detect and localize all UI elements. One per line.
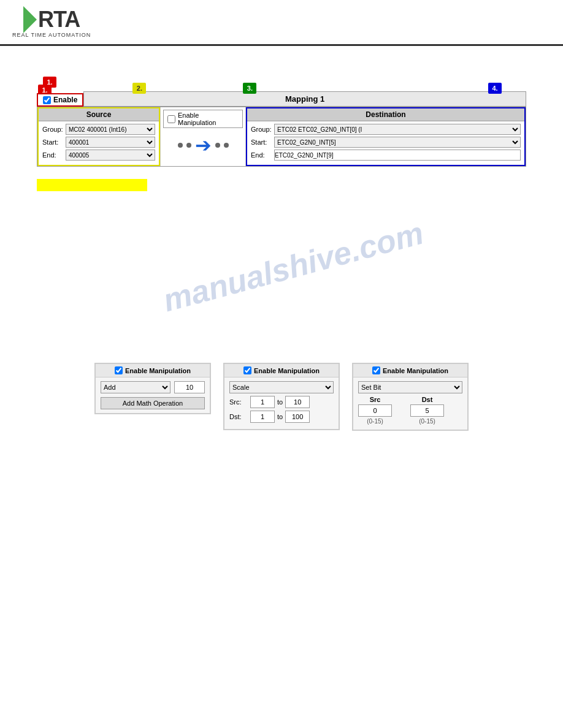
badge-4: 4. <box>488 83 502 94</box>
source-panel: Source Group: MC02 400001 (Int16) Start:… <box>37 107 160 166</box>
badge-2: 2. <box>132 83 146 94</box>
add-operation-select[interactable]: Add <box>101 381 170 393</box>
scale-src-to[interactable] <box>285 396 310 408</box>
scale-src-from[interactable] <box>250 396 275 408</box>
manip-panel-1: Enable Manipulation Add Add Math Operati… <box>94 363 211 414</box>
dot-4 <box>224 143 229 148</box>
mapping-title: Mapping 1 <box>84 92 526 106</box>
manip-panel-1-header: Enable Manipulation <box>96 364 210 377</box>
enable-checkbox-container[interactable]: Enable <box>37 93 83 107</box>
setbit-dst-col-label: Dst <box>422 396 433 403</box>
logo-rta: RTA <box>23 6 80 33</box>
enable-manip-label: Enable Manipulation <box>178 112 239 126</box>
source-group-label: Group: <box>42 126 66 133</box>
add-math-operation-button[interactable]: Add Math Operation <box>101 397 205 409</box>
enable-manip-checkbox[interactable] <box>167 115 175 123</box>
manip-panel-3: Enable Manipulation Set Bit Src Dst <box>352 363 469 431</box>
mapping-body: Source Group: MC02 400001 (Int16) Start:… <box>37 107 526 167</box>
add-value-input[interactable] <box>174 381 205 393</box>
setbit-dst-input[interactable] <box>410 404 444 417</box>
badge-3: 3. <box>243 83 256 94</box>
setbit-values-row <box>358 404 462 417</box>
scale-select[interactable]: Scale <box>229 381 334 393</box>
source-start-row: Start: 400001 <box>42 137 155 148</box>
dest-start-label: Start: <box>251 138 274 146</box>
setbit-dst-col: Dst <box>410 396 444 403</box>
manip-panel-3-checkbox[interactable] <box>372 366 380 374</box>
scale-dst-from[interactable] <box>250 411 275 423</box>
setbit-dst-input-col <box>410 404 444 417</box>
manip-panel-3-header: Enable Manipulation <box>353 364 467 377</box>
dest-panel-header: Destination <box>247 108 524 121</box>
header: RTA REAL TIME AUTOMATION <box>0 0 563 46</box>
enable-label: Enable <box>53 96 77 104</box>
source-end-row: End: 400005 <box>42 150 155 161</box>
setbit-src-input-col <box>358 404 392 417</box>
dot-2 <box>186 143 191 148</box>
scale-src-row: Src: to <box>229 396 334 408</box>
source-end-select[interactable]: 400005 <box>66 150 155 161</box>
logo-arrow-icon <box>23 6 37 33</box>
manip-panel-1-checkbox[interactable] <box>115 366 123 374</box>
manip-panels-row: Enable Manipulation Add Add Math Operati… <box>37 363 526 431</box>
dest-group-row: Group: ETC02 ETC02_G2N0_INT[0] (I <box>251 124 521 135</box>
right-arrow-icon: ➔ <box>195 135 212 155</box>
dest-group-select[interactable]: ETC02 ETC02_G2N0_INT[0] (I <box>274 124 521 135</box>
manip-panel-3-title: Enable Manipulation <box>383 367 448 374</box>
watermark: manualshive.com <box>159 214 427 319</box>
source-start-select[interactable]: 400001 <box>66 137 155 148</box>
setbit-src-dst-header: Src Dst <box>358 396 462 403</box>
dest-start-row: Start: ETC02_G2N0_INT[5] <box>251 137 521 148</box>
scale-src-label: Src: <box>229 398 248 406</box>
scale-dst-row: Dst: to <box>229 411 334 423</box>
manip-panel-2: Enable Manipulation Scale Src: to Dst: t… <box>223 363 340 430</box>
scale-dst-to[interactable] <box>285 411 310 423</box>
dest-panel-body: Group: ETC02 ETC02_G2N0_INT[0] (I Start:… <box>247 121 524 165</box>
setbit-src-input[interactable] <box>358 404 392 417</box>
source-group-row: Group: MC02 400001 (Int16) <box>42 124 155 135</box>
enable-checkbox[interactable] <box>43 96 51 104</box>
dest-end-input[interactable] <box>274 150 521 161</box>
logo-subtitle: REAL TIME AUTOMATION <box>12 32 91 38</box>
manip-panel-2-body: Scale Src: to Dst: to <box>224 377 339 429</box>
arrow-dots-row: ➔ <box>178 135 229 155</box>
manip-panel-1-body: Add Add Math Operation <box>96 377 210 413</box>
manip-panel-2-title: Enable Manipulation <box>254 367 320 374</box>
main-content: 1. 1. Enable 2. 3. 4. M <box>0 46 563 449</box>
mapping-title-row: Mapping 1 <box>83 91 526 107</box>
manip-panel-2-header: Enable Manipulation <box>224 364 339 377</box>
source-end-label: End: <box>42 151 66 159</box>
enable-manip-row: Enable Manipulation <box>163 110 243 128</box>
logo-container: RTA REAL TIME AUTOMATION <box>12 6 91 38</box>
manip-panel-1-title: Enable Manipulation <box>125 367 191 374</box>
source-start-label: Start: <box>42 138 66 146</box>
mapping-container: 1. 1. Enable 2. 3. 4. M <box>37 77 526 191</box>
scale-dst-to-label: to <box>277 413 283 420</box>
scale-dst-label: Dst: <box>229 413 248 420</box>
setbit-src-range-col: (0-15) <box>358 418 392 425</box>
dest-end-row: End: <box>251 150 521 161</box>
dest-group-label: Group: <box>251 126 274 133</box>
yellow-highlight-bar <box>37 179 147 191</box>
dest-panel: Destination Group: ETC02 ETC02_G2N0_INT[… <box>246 107 526 166</box>
dot-3 <box>215 143 220 148</box>
arrow-panel: Enable Manipulation ➔ <box>160 107 246 166</box>
manip-panel-2-checkbox[interactable] <box>243 366 251 374</box>
setbit-src-range: (0-15) <box>367 418 383 425</box>
manip-panel-3-body: Set Bit Src Dst <box>353 377 467 430</box>
setbit-dst-range-col: (0-15) <box>410 418 444 425</box>
source-panel-header: Source <box>39 108 159 121</box>
source-group-select[interactable]: MC02 400001 (Int16) <box>66 124 155 135</box>
add-row: Add <box>101 381 205 393</box>
setbit-dst-range: (0-15) <box>419 418 435 425</box>
setbit-src-col-label: Src <box>370 396 381 403</box>
setbit-select[interactable]: Set Bit <box>358 381 462 393</box>
setbit-ranges-row: (0-15) (0-15) <box>358 418 462 425</box>
setbit-src-col: Src <box>358 396 392 403</box>
logo-rta-text: RTA <box>38 7 80 32</box>
source-panel-body: Group: MC02 400001 (Int16) Start: 400001… <box>39 121 159 165</box>
dest-end-label: End: <box>251 151 274 159</box>
dest-start-select[interactable]: ETC02_G2N0_INT[5] <box>274 137 521 148</box>
dot-1 <box>178 143 183 148</box>
scale-src-to-label: to <box>277 398 283 406</box>
